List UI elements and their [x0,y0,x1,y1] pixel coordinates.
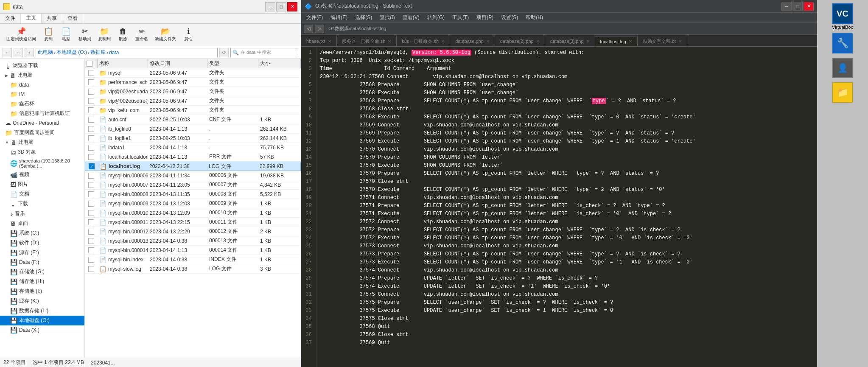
sidebar-item-3d[interactable]: 🗂 3D 对象 [0,147,84,157]
row-checkbox[interactable] [85,210,98,216]
row-checkbox[interactable] [85,135,98,141]
sidebar-item-drive-x[interactable]: 💾 Data (X:) [0,325,84,335]
tab-close-icon[interactable]: ✕ [678,39,682,44]
menu-settings[interactable]: 设置(S) [498,13,521,22]
sidebar-item-downloads[interactable]: ⭳ 下载 [0,199,84,209]
maximize-button[interactable]: □ [276,2,286,11]
ribbon-tab-file[interactable]: 文件 [0,14,21,23]
sidebar-item-im[interactable]: 📁 IM [0,90,84,99]
delete-button[interactable]: 🗑 删除 [115,25,132,44]
path-part-db[interactable]: 数据库 [90,49,106,56]
minimize-button[interactable]: ─ [265,2,275,11]
tab-close-icon[interactable]: ✕ [536,39,540,44]
file-row[interactable]: 📄 mysql-bin.000008 2023-04-13 11:35 0000… [85,190,301,199]
menu-view[interactable]: 查看(V) [399,13,423,22]
col-date[interactable]: 修改日期 [148,59,207,68]
file-row[interactable]: 📄 auto.cnf 2022-08-25 10:03 CNF 文件 1 KB [85,115,301,124]
sidebar-item-desktop[interactable]: 🖥 桌面 [0,219,84,228]
row-checkbox[interactable] [85,182,98,188]
row-checkbox[interactable] [85,219,98,225]
tab-close-icon[interactable]: ✕ [629,39,632,44]
sidebar-item-drive-e[interactable]: 💾 源存 (E:) [0,248,84,258]
row-checkbox[interactable] [85,126,98,132]
file-row[interactable]: 📁 performance_schema 2023-05-06 9:47 文件夹 [85,78,301,87]
tab-close-icon[interactable]: ✕ [388,39,391,44]
tab-close-icon[interactable]: ✕ [486,39,490,44]
code-content[interactable]: /www/server/mysql/bin/mysqld, Version: 5… [316,47,817,367]
row-checkbox[interactable] [85,79,98,85]
tab-database2-php[interactable]: database[2].php ✕ [495,36,545,46]
row-checkbox[interactable] [85,266,98,272]
row-checkbox[interactable] [85,201,98,207]
move-to-button[interactable]: ✂ 移动到 [76,25,94,44]
path-part-data[interactable]: data [109,50,119,56]
file-row[interactable]: 📄 mysql-bin.000012 2023-04-13 22:29 0000… [85,227,301,236]
file-row[interactable]: 📄 mysql-bin.000014 2023-04-14 1:13 00001… [85,246,301,255]
pin-to-quick-access-button[interactable]: 📌 固定到快速访问 [3,25,39,44]
close-button[interactable]: ✕ [287,2,297,11]
file-row[interactable]: 📄 ibdata1 2023-04-14 1:13 . 75,776 KB [85,143,301,152]
col-size[interactable]: 大小 [258,59,301,68]
tab-database3-php[interactable]: database[3].php ✕ [545,36,595,46]
sidebar-item-drive-f[interactable]: 💾 Data (F:) [0,258,84,267]
copy-button[interactable]: 📋 复制 [40,25,57,44]
sidebar-item-drive-c[interactable]: 💾 系统 (C:) [0,228,84,238]
row-checkbox[interactable] [85,229,98,235]
file-row[interactable]: 📄 mysql-bin.000011 2023-04-13 22:15 0000… [85,218,301,227]
file-row[interactable]: 📋 mysql-slow.log 2023-04-14 0:38 LOG 文件 … [85,264,301,274]
row-checkbox[interactable] [85,89,98,95]
file-row[interactable]: 📁 vip@002eshuadan@002ecom 2023-05-06 9:4… [85,87,301,96]
tab-database-php[interactable]: database.php ✕ [450,36,495,46]
desktop-icon-app2[interactable]: 🔧 [826,33,860,54]
row-checkbox[interactable] [85,154,98,160]
col-type[interactable]: 类型 [207,59,258,68]
desktop-icon-app3[interactable]: 👤 [826,58,860,79]
desktop-icon-app4[interactable]: 📁 [826,82,860,104]
sidebar-item-drive-d[interactable]: 💾 软件 (D:) [0,238,84,248]
paste-button[interactable]: 📄 粘贴 [58,25,75,44]
refresh-button[interactable]: ⟳ [219,48,229,57]
sidebar-item-browser-download[interactable]: ⭳ 浏览器下载 [0,61,84,70]
sublime-maximize-button[interactable]: □ [792,2,803,11]
menu-find[interactable]: 查找(I) [376,13,398,22]
sidebar-item-documents[interactable]: 📄 文档 [0,189,84,199]
file-row[interactable]: 📄 mysql-bin.000007 2023-04-11 23:05 0000… [85,180,301,190]
row-checkbox[interactable] [85,191,98,197]
menu-file[interactable]: 文件(F) [303,13,326,22]
menu-edit[interactable]: 编辑(E) [327,13,351,22]
file-row-selected[interactable]: ✓ 📋 localhost.log 2023-04-12 21:38 LOG 文… [85,162,301,171]
sidebar-item-drive-k[interactable]: 💾 源存 (K:) [0,296,84,306]
properties-button[interactable]: ℹ 属性 [180,25,197,44]
tab-k8s-cmds[interactable]: k8s一已接命令.sh ✕ [397,36,450,46]
search-box[interactable]: 🔍 在 data 中搜索 [230,48,298,57]
menu-project[interactable]: 项目(P) [473,13,497,22]
select-all-checkbox[interactable] [87,61,92,67]
menu-tools[interactable]: 工具(T) [449,13,472,22]
file-row[interactable]: 📁 vip_kefu_com 2023-05-06 9:47 文件夹 [85,106,301,115]
row-checkbox[interactable] [85,257,98,263]
col-name[interactable]: 名称 [98,59,148,68]
sidebar-item-pictures[interactable]: 🖼 图片 [0,179,84,189]
file-row[interactable]: 📄 mysql-bin.000013 2023-04-14 0:38 00001… [85,236,301,246]
path-part-pc[interactable]: 此电脑 [38,49,53,56]
row-checkbox[interactable] [85,117,98,123]
sidebar-item-onedrive[interactable]: ☁ OneDrive - Personal [0,118,84,128]
sublime-back-button[interactable]: ◁ [304,25,313,33]
col-checkbox[interactable] [85,59,98,68]
sidebar-item-this-pc-2[interactable]: ▼ 🖥 此电脑 [0,137,84,147]
forward-button[interactable]: → [14,48,23,57]
sidebar-item-sharedata[interactable]: 🌐 sharedata (192.168.8.20 (Samba (... [0,157,84,170]
row-checked[interactable]: ✓ [89,163,95,169]
desktop-icon-vc[interactable]: VC VirtualBox [826,3,860,30]
tab-close-icon[interactable]: ✕ [586,39,590,44]
file-row[interactable]: 📄 localhost.localdomain.err 2023-04-14 1… [85,152,301,162]
row-checkbox[interactable] [85,107,98,113]
sublime-forward-button[interactable]: ▷ [315,25,324,33]
file-row[interactable]: 📁 mysql 2023-05-06 9:47 文件夹 [85,68,301,78]
file-row[interactable]: 📄 ib_logfile0 2023-04-14 1:13 . 262,144 … [85,124,301,134]
sidebar-item-crime[interactable]: 📁 信息犯罪与计算机取证 [0,109,84,118]
address-path[interactable]: 此电脑 › 本地磁盘 (O:) › 数据库 › data [36,48,218,57]
row-checkbox[interactable] [85,238,98,244]
menu-select[interactable]: 选择(S) [352,13,375,22]
tab-paste-text[interactable]: 粘贴文字文稿.bt ✕ [638,36,687,46]
